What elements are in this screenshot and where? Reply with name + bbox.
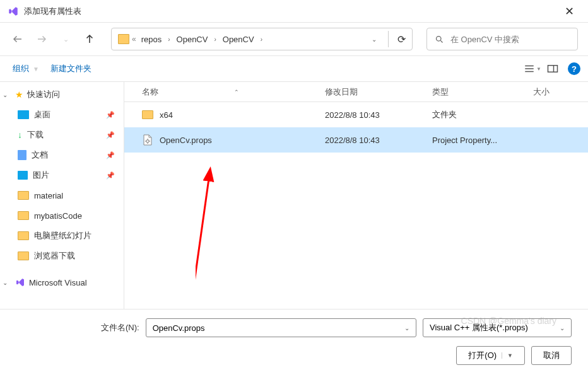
sidebar-item-browser-dl[interactable]: 浏览器下载 (0, 246, 124, 266)
desktop-icon (18, 110, 29, 119)
sidebar-item-mybatis[interactable]: mybatisCode (0, 205, 124, 226)
pin-icon: 📌 (106, 151, 115, 159)
sort-asc-icon: ⌃ (234, 89, 239, 95)
sidebar-item-label: 下载 (27, 129, 44, 141)
sidebar[interactable]: ⌄ ★ 快速访问 桌面📌 ↓下载📌 文档📌 图片📌 material mybat… (0, 82, 124, 309)
sidebar-item-label: mybatisCode (34, 211, 82, 221)
chevron-down-icon[interactable]: ⌄ (369, 33, 379, 45)
document-icon (18, 150, 26, 160)
visual-studio-icon (8, 6, 19, 17)
open-button[interactable]: 打开(O)▼ (456, 346, 525, 365)
sidebar-item-label: 快速访问 (27, 89, 60, 100)
file-name: OpenCv.props (160, 136, 212, 145)
filetype-filter[interactable]: Visual C++ 属性表(*.props)⌄ (423, 318, 572, 337)
svg-rect-1 (548, 66, 558, 72)
folder-icon (18, 191, 29, 200)
pin-icon: 📌 (106, 111, 115, 119)
back-button[interactable] (10, 32, 25, 47)
sidebar-item-wallpaper[interactable]: 电脑壁纸幻灯片 (0, 226, 124, 246)
bottom-panel: 文件名(N): OpenCv.props⌄ Visual C++ 属性表(*.p… (0, 309, 588, 370)
search-input[interactable] (450, 35, 570, 44)
forward-button (34, 32, 49, 47)
props-file-icon (142, 134, 153, 146)
column-header-size[interactable]: 大小 (528, 86, 588, 98)
body: ⌄ ★ 快速访问 桌面📌 ↓下载📌 文档📌 图片📌 material mybat… (0, 82, 588, 309)
sidebar-item-pictures[interactable]: 图片📌 (0, 165, 124, 185)
chevron-right-icon[interactable]: › (261, 36, 262, 43)
breadcrumb-item[interactable]: OpenCV (174, 33, 211, 45)
visual-studio-icon (15, 277, 25, 287)
split-dropdown-icon[interactable]: ▼ (502, 352, 513, 359)
sidebar-item-label: 文档 (32, 149, 48, 161)
breadcrumb-item[interactable]: repos (139, 33, 165, 45)
pin-icon: 📌 (106, 171, 115, 180)
help-icon[interactable]: ? (568, 62, 580, 75)
chevron-right-icon[interactable]: › (214, 36, 216, 43)
folder-icon (18, 231, 29, 240)
refresh-icon[interactable]: ⟳ (397, 33, 406, 45)
column-header-date[interactable]: 修改日期 (320, 86, 427, 98)
up-button[interactable] (82, 32, 97, 47)
file-row-folder[interactable]: x64 2022/8/8 10:43 文件夹 (124, 102, 588, 127)
file-list: 名称⌃ 修改日期 类型 大小 x64 2022/8/8 10:43 文件夹 Op… (124, 82, 588, 309)
file-type: 文件夹 (427, 109, 528, 120)
pin-icon: 📌 (106, 131, 115, 139)
chevron-down-icon: ⌄ (3, 279, 11, 286)
chevron-down-icon[interactable]: ⌄ (560, 325, 565, 332)
download-icon: ↓ (18, 130, 22, 140)
folder-icon (18, 251, 29, 260)
column-header-name[interactable]: 名称⌃ (124, 86, 320, 98)
file-type: Project Property... (427, 136, 528, 145)
file-date: 2022/8/8 10:43 (320, 110, 427, 120)
sidebar-item-desktop[interactable]: 桌面📌 (0, 105, 124, 125)
file-row-selected[interactable]: OpenCv.props 2022/8/8 10:43 Project Prop… (124, 127, 588, 153)
breadcrumb[interactable]: « repos › OpenCV › OpenCV › ⌄ ⟳ (111, 28, 413, 50)
column-header-type[interactable]: 类型 (427, 86, 528, 98)
sidebar-item-msvs[interactable]: ⌄ Microsoft Visual (0, 272, 124, 292)
filename-label: 文件名(N): (101, 322, 139, 333)
file-name: x64 (160, 110, 173, 120)
search-box[interactable] (426, 28, 578, 50)
search-icon (435, 35, 444, 44)
view-list-icon[interactable]: ▼ (522, 60, 543, 78)
folder-icon (18, 211, 29, 220)
svg-point-0 (437, 36, 442, 41)
sidebar-item-label: 浏览器下载 (34, 250, 75, 262)
sidebar-item-documents[interactable]: 文档📌 (0, 145, 124, 165)
sidebar-item-downloads[interactable]: ↓下载📌 (0, 125, 124, 145)
sidebar-item-label: 电脑壁纸幻灯片 (34, 230, 91, 241)
folder-icon (142, 110, 153, 119)
sidebar-item-label: material (34, 191, 63, 200)
file-date: 2022/8/8 10:43 (320, 136, 427, 145)
breadcrumb-overflow[interactable]: « (132, 35, 136, 43)
chevron-right-icon[interactable]: › (168, 36, 170, 43)
sidebar-item-label: Microsoft Visual (29, 278, 87, 287)
preview-pane-icon[interactable] (543, 60, 563, 78)
chevron-down-icon[interactable]: ⌄ (404, 325, 409, 332)
sidebar-item-label: 桌面 (34, 109, 50, 120)
sidebar-item-material[interactable]: material (0, 185, 124, 205)
picture-icon (18, 171, 28, 180)
recent-dropdown[interactable]: ⌄ (58, 32, 73, 47)
cancel-button[interactable]: 取消 (531, 346, 572, 365)
title-bar: 添加现有属性表 ✕ (0, 0, 588, 23)
sidebar-item-quick-access[interactable]: ⌄ ★ 快速访问 (0, 84, 124, 105)
organize-button[interactable]: 组织▼ (8, 61, 45, 77)
close-icon[interactable]: ✕ (558, 2, 580, 21)
new-folder-button[interactable]: 新建文件夹 (45, 61, 97, 77)
toolbar: 组织▼ 新建文件夹 ▼ ? (0, 55, 588, 82)
folder-icon (118, 34, 129, 44)
sidebar-item-label: 图片 (33, 170, 49, 181)
file-list-header: 名称⌃ 修改日期 类型 大小 (124, 82, 588, 102)
window-title: 添加现有属性表 (24, 6, 81, 17)
chevron-down-icon: ⌄ (3, 91, 11, 98)
nav-row: ⌄ « repos › OpenCV › OpenCV › ⌄ ⟳ (0, 23, 588, 55)
filename-combobox[interactable]: OpenCv.props⌄ (146, 318, 416, 337)
breadcrumb-item[interactable]: OpenCV (220, 33, 257, 45)
star-icon: ★ (15, 90, 23, 100)
